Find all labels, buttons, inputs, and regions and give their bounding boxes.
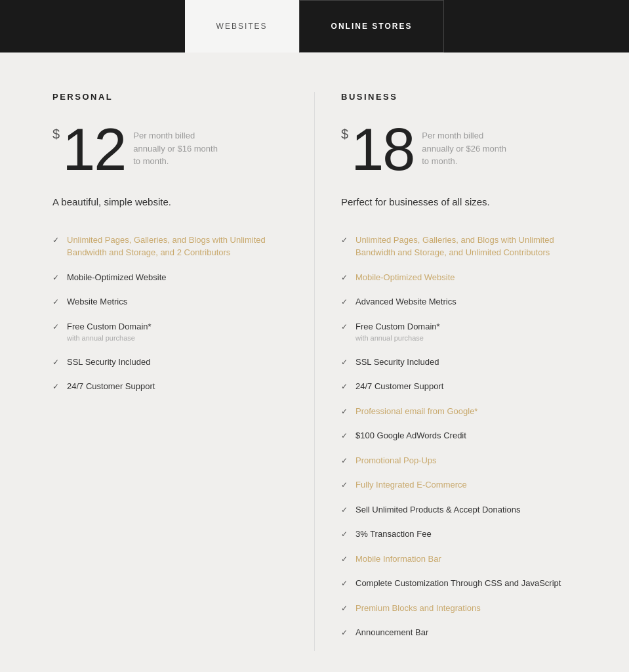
- list-item: ✓24/7 Customer Support: [52, 380, 288, 393]
- feature-text: Complete Customization Through CSS and J…: [355, 577, 577, 590]
- check-icon: ✓: [341, 627, 348, 639]
- header: WEBSITES ONLINE STORES: [0, 0, 629, 52]
- tab-websites[interactable]: WEBSITES: [185, 0, 299, 52]
- list-item: ✓Website Metrics: [52, 295, 288, 308]
- check-icon: ✓: [341, 602, 348, 614]
- feature-text: Advanced Website Metrics: [355, 295, 577, 308]
- check-icon: ✓: [52, 356, 59, 368]
- feature-text: Mobile-Optimized Website: [355, 271, 577, 284]
- business-tagline: Perfect for businesses of all sizes.: [341, 195, 577, 210]
- feature-text: Promotional Pop-Ups: [355, 454, 577, 467]
- feature-text: Sell Unlimited Products & Accept Donatio…: [355, 503, 577, 516]
- personal-price: 12: [62, 120, 125, 179]
- personal-tagline: A beautiful, simple website.: [52, 195, 288, 210]
- check-icon: ✓: [341, 406, 348, 417]
- personal-features-list: ✓Unlimited Pages, Galleries, and Blogs w…: [52, 234, 288, 393]
- check-icon: ✓: [341, 553, 348, 565]
- main-content: PERSONAL $ 12 Per month billed annually …: [0, 52, 629, 672]
- feature-text: Unlimited Pages, Galleries, and Blogs wi…: [67, 234, 288, 259]
- list-item: ✓Mobile-Optimized Website: [341, 271, 577, 284]
- check-icon: ✓: [341, 504, 348, 516]
- personal-plan: PERSONAL $ 12 Per month billed annually …: [52, 92, 314, 651]
- feature-text: Announcement Bar: [355, 626, 577, 639]
- feature-text: $100 Google AdWords Credit: [355, 429, 577, 442]
- feature-text: Mobile Information Bar: [355, 553, 577, 566]
- list-item: ✓Unlimited Pages, Galleries, and Blogs w…: [341, 234, 577, 259]
- list-item: ✓Advanced Website Metrics: [341, 295, 577, 308]
- feature-text: 3% Transaction Fee: [355, 528, 577, 541]
- list-item: ✓Fully Integrated E-Commerce: [341, 478, 577, 492]
- personal-price-desc: Per month billed annually or $16 month t…: [133, 129, 218, 168]
- check-icon: ✓: [341, 272, 348, 284]
- feature-text: Mobile-Optimized Website: [67, 271, 288, 284]
- list-item: ✓Free Custom Domain*with annual purchase: [341, 320, 577, 344]
- list-item: ✓Premium Blocks and Integrations: [341, 602, 577, 615]
- business-plan: BUSINESS $ 18 Per month billed annually …: [314, 92, 577, 651]
- check-icon: ✓: [341, 356, 348, 368]
- feature-text: SSL Security Included: [355, 356, 577, 369]
- check-icon: ✓: [52, 234, 59, 246]
- check-icon: ✓: [341, 381, 348, 392]
- business-price-desc: Per month billed annually or $26 month t…: [422, 129, 507, 168]
- list-item: ✓3% Transaction Fee: [341, 528, 577, 541]
- list-item: ✓Complete Customization Through CSS and …: [341, 577, 577, 590]
- feature-text: Professional email from Google*: [355, 405, 577, 418]
- feature-text: Free Custom Domain*with annual purchase: [355, 320, 577, 344]
- list-item: ✓Promotional Pop-Ups: [341, 454, 577, 467]
- personal-plan-title: PERSONAL: [52, 92, 288, 102]
- list-item: ✓Sell Unlimited Products & Accept Donati…: [341, 503, 577, 516]
- check-icon: ✓: [341, 234, 348, 246]
- feature-text: Premium Blocks and Integrations: [355, 602, 577, 615]
- list-item: ✓Mobile Information Bar: [341, 553, 577, 566]
- feature-text: Fully Integrated E-Commerce: [355, 478, 577, 492]
- feature-sub-text: with annual purchase: [355, 333, 577, 344]
- feature-sub-text: with annual purchase: [67, 333, 288, 344]
- check-icon: ✓: [341, 321, 348, 333]
- list-item: ✓Free Custom Domain*with annual purchase: [52, 320, 288, 344]
- tab-online-stores-label: ONLINE STORES: [331, 22, 413, 31]
- check-icon: ✓: [341, 455, 348, 467]
- business-features-list: ✓Unlimited Pages, Galleries, and Blogs w…: [341, 234, 577, 639]
- business-price-row: $ 18 Per month billed annually or $26 mo…: [341, 120, 577, 179]
- feature-text: Unlimited Pages, Galleries, and Blogs wi…: [355, 234, 577, 259]
- list-item: ✓SSL Security Included: [341, 356, 577, 369]
- tab-container: WEBSITES ONLINE STORES: [185, 0, 445, 52]
- list-item: ✓Professional email from Google*: [341, 405, 577, 418]
- business-price: 18: [351, 120, 414, 179]
- check-icon: ✓: [341, 479, 348, 491]
- list-item: ✓SSL Security Included: [52, 356, 288, 369]
- check-icon: ✓: [52, 321, 59, 333]
- check-icon: ✓: [52, 381, 59, 392]
- check-icon: ✓: [341, 578, 348, 589]
- feature-text: SSL Security Included: [67, 356, 288, 369]
- list-item: ✓Mobile-Optimized Website: [52, 271, 288, 284]
- check-icon: ✓: [52, 272, 59, 284]
- list-item: ✓Announcement Bar: [341, 626, 577, 639]
- check-icon: ✓: [52, 296, 59, 308]
- feature-text: 24/7 Customer Support: [355, 380, 577, 393]
- list-item: ✓$100 Google AdWords Credit: [341, 429, 577, 442]
- tab-websites-label: WEBSITES: [216, 22, 268, 31]
- feature-text: Free Custom Domain*with annual purchase: [67, 320, 288, 344]
- list-item: ✓Unlimited Pages, Galleries, and Blogs w…: [52, 234, 288, 259]
- personal-price-row: $ 12 Per month billed annually or $16 mo…: [52, 120, 288, 179]
- tab-online-stores[interactable]: ONLINE STORES: [299, 0, 445, 52]
- personal-currency: $: [52, 127, 60, 142]
- business-plan-title: BUSINESS: [341, 92, 577, 102]
- list-item: ✓24/7 Customer Support: [341, 380, 577, 393]
- check-icon: ✓: [341, 528, 348, 540]
- check-icon: ✓: [341, 430, 348, 442]
- check-icon: ✓: [341, 296, 348, 308]
- feature-text: 24/7 Customer Support: [67, 380, 288, 393]
- business-currency: $: [341, 127, 348, 142]
- feature-text: Website Metrics: [67, 295, 288, 308]
